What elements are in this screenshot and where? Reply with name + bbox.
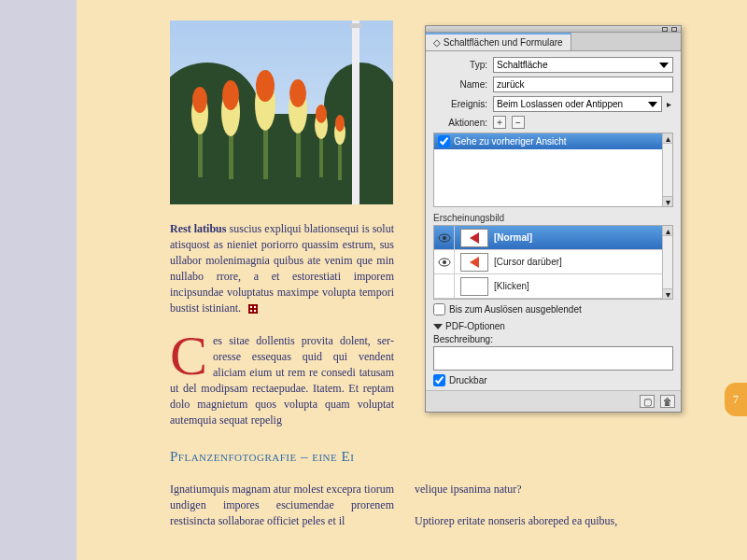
section-heading: Pflanzenfotografie – eine Ei [170, 449, 747, 465]
panel-tab-row: ◇ Schaltflächen und Formulare [426, 33, 681, 51]
column-2-text: velique ipsanima natur?Uptiorep eritate … [415, 482, 639, 529]
state-normal-row[interactable]: [Normal] [434, 226, 672, 250]
state-label: [Cursor darüber] [494, 257, 562, 267]
pasteboard [0, 0, 77, 560]
appearance-section-label: Erscheinungsbild [433, 213, 673, 223]
scroll-down-icon[interactable]: ▾ [663, 196, 672, 206]
state-click-row[interactable]: [Klicken] [434, 274, 672, 299]
state-thumb [460, 277, 488, 296]
page-number-tab: 7 [725, 383, 747, 416]
panel-drag-bar[interactable] [426, 26, 681, 33]
hidden-until-trigger-label: Bis zum Auslösen ausgeblendet [449, 304, 582, 315]
appearance-list: [Normal] [Cursor darüber] [Klicken] ▴ ▾ [433, 225, 673, 300]
panel-collapse-icon[interactable] [662, 27, 668, 32]
visibility-toggle[interactable] [434, 274, 455, 298]
state-thumb [460, 229, 488, 247]
pdf-options-disclosure[interactable]: PDF-Optionen [433, 321, 673, 331]
buttons-forms-panel: ◇ Schaltflächen und Formulare Typ: Schal… [425, 25, 682, 413]
action-item[interactable]: Gehe zu vorheriger Ansicht [434, 133, 672, 149]
hero-photo[interactable] [170, 21, 393, 204]
type-label: Typ: [433, 60, 487, 70]
panel-tab-buttons-forms[interactable]: ◇ Schaltflächen und Formulare [426, 33, 571, 50]
state-hover-row[interactable]: [Cursor darüber] [434, 250, 672, 274]
name-label: Name: [433, 79, 487, 90]
svg-point-14 [256, 70, 275, 102]
actions-label: Aktionen: [433, 118, 487, 128]
svg-point-23 [335, 115, 345, 132]
name-input[interactable] [493, 77, 673, 92]
body-paragraph-1: Rest latibus suscius expliqui blationseq… [170, 221, 394, 316]
svg-point-11 [222, 80, 239, 110]
scroll-up-icon[interactable]: ▴ [663, 133, 672, 144]
printable-label: Druckbar [449, 375, 487, 385]
panel-close-icon[interactable] [671, 27, 677, 32]
svg-point-27 [443, 260, 446, 264]
action-label: Gehe zu vorheriger Ansicht [454, 136, 567, 147]
drop-cap: C [170, 333, 213, 378]
state-label: [Klicken] [494, 281, 529, 291]
svg-rect-4 [352, 21, 359, 204]
svg-rect-5 [350, 23, 361, 28]
event-select[interactable]: Beim Loslassen oder Antippen [493, 96, 662, 112]
trash-button[interactable]: 🗑 [660, 395, 675, 408]
column-1-text: Ignatiumquis magnam atur molest excepra … [170, 482, 394, 529]
svg-point-25 [443, 236, 446, 240]
visibility-toggle[interactable] [434, 226, 455, 249]
convert-button[interactable]: ▢ [640, 395, 655, 408]
scroll-up-icon[interactable]: ▴ [663, 226, 672, 236]
body-paragraph-2: Ces sitae dollentis provita dolent, ser­… [170, 333, 394, 428]
description-label: Beschreibung: [433, 334, 673, 344]
svg-point-20 [316, 105, 327, 123]
description-input[interactable] [433, 346, 673, 371]
event-menu-icon[interactable]: ▸ [664, 99, 673, 109]
add-action-button[interactable]: ＋ [493, 116, 506, 129]
state-label: [Normal] [494, 232, 532, 243]
scroll-down-icon[interactable]: ▾ [663, 288, 672, 299]
remove-action-button[interactable]: − [512, 116, 525, 129]
actions-scrollbar[interactable]: ▴ ▾ [662, 133, 672, 206]
back-button-object[interactable] [247, 302, 260, 315]
appearance-scrollbar[interactable]: ▴ ▾ [662, 226, 672, 299]
svg-point-8 [192, 87, 207, 113]
actions-list[interactable]: Gehe zu vorheriger Ansicht ▴ ▾ [433, 133, 673, 207]
visibility-toggle[interactable] [434, 250, 455, 273]
svg-point-17 [289, 79, 306, 107]
type-select[interactable]: Schaltfläche [493, 57, 673, 73]
hidden-until-trigger-checkbox[interactable] [433, 303, 445, 315]
action-checkbox[interactable] [438, 135, 450, 147]
printable-checkbox[interactable] [433, 374, 445, 386]
state-thumb [460, 253, 488, 272]
event-label: Ereignis: [433, 99, 487, 109]
